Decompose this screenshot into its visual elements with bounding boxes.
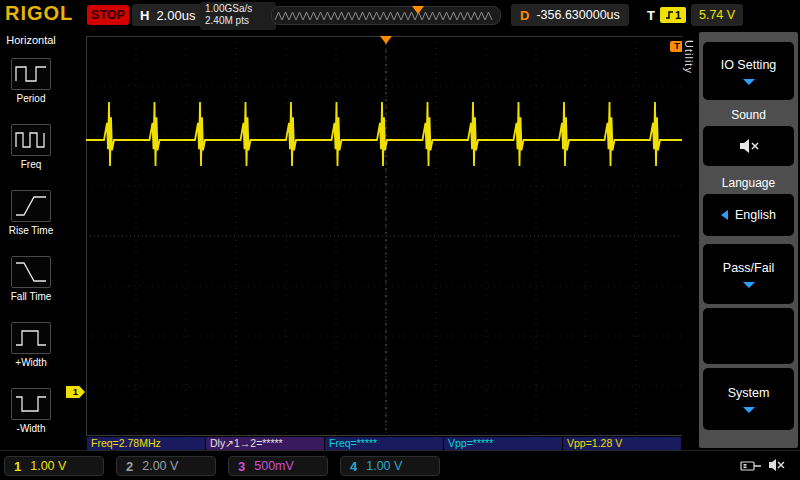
channel-1-status[interactable]: 1 1.00 V — [4, 456, 104, 476]
measure-item-pos-width[interactable]: +Width — [3, 322, 59, 368]
measure-item-period[interactable]: Period — [3, 58, 59, 104]
fall-time-icon — [11, 256, 51, 288]
menu-button-label: System — [728, 386, 770, 400]
menu-button-empty — [703, 308, 794, 364]
trigger-label: T — [647, 8, 655, 23]
measurement-readout: Freq=2.78MHz — [87, 437, 205, 450]
measure-item-rise-time[interactable]: Rise Time — [3, 190, 59, 236]
freq-icon — [11, 124, 51, 156]
menu-button-io-setting[interactable]: IO Setting — [703, 42, 794, 100]
delay-label: D — [520, 8, 529, 23]
channel-status-bar: 1 1.00 V 2 2.00 V 3 500mV 4 1.00 V — [0, 450, 800, 480]
measure-item-freq[interactable]: Freq — [3, 124, 59, 170]
menu-button-system[interactable]: System — [703, 368, 794, 430]
measure-item-label: Period — [3, 93, 59, 104]
language-value: English — [735, 208, 776, 222]
menu-button-language[interactable]: English — [703, 194, 794, 236]
channel-4-status[interactable]: 4 1.00 V — [340, 456, 440, 476]
acquisition-readout: 1.00GSa/s 2.40M pts — [200, 2, 276, 30]
memory-depth: 2.40M pts — [205, 15, 271, 27]
trigger-position-marker-icon — [380, 36, 392, 44]
sample-rate: 1.00GSa/s — [205, 3, 271, 15]
delay-value: -356.630000us — [536, 8, 619, 22]
menu-button-sound[interactable] — [703, 126, 794, 166]
measurement-readout: Vpp=***** — [444, 437, 562, 450]
trigger-readout: T 1 5.74 V — [647, 4, 743, 26]
menu-tab-utility: Utility — [683, 40, 695, 74]
usb-icon — [740, 460, 762, 472]
trigger-position-overview-icon — [412, 6, 424, 14]
timebase-value: 2.00us — [156, 8, 195, 23]
speaker-muted-icon — [738, 138, 760, 154]
menu-button-label: IO Setting — [721, 58, 777, 72]
horizontal-position-bar — [271, 6, 501, 25]
channel-number: 4 — [350, 459, 357, 474]
neg-width-icon — [11, 388, 51, 420]
soft-menu-panel: Utility IO Setting Sound Language Englis… — [682, 30, 800, 450]
channel-number: 2 — [126, 459, 133, 474]
channel-number: 1 — [14, 459, 21, 474]
menu-button-label: Pass/Fail — [723, 261, 774, 275]
menu-button-pass-fail[interactable]: Pass/Fail — [703, 244, 794, 304]
speaker-muted-icon — [768, 458, 786, 472]
measure-item-fall-time[interactable]: Fall Time — [3, 256, 59, 302]
measure-item-label: +Width — [3, 357, 59, 368]
channel-scale: 500mV — [254, 459, 294, 473]
channel-scale: 1.00 V — [30, 459, 66, 473]
channel-scale: 1.00 V — [366, 459, 402, 473]
waveform-overview-icon — [272, 7, 500, 24]
trigger-source: 1 — [675, 9, 681, 21]
chevron-left-icon — [721, 210, 728, 220]
rise-time-icon — [11, 190, 51, 222]
graticule — [86, 36, 686, 436]
chevron-down-icon — [743, 282, 755, 288]
horizontal-timebase-readout: H 2.00us — [132, 4, 203, 26]
brand-logo: RIGOL — [5, 2, 73, 25]
measurement-readout: Vpp=1.28 V — [563, 437, 681, 450]
ch1-level-marker: 1 — [66, 386, 85, 398]
period-icon — [11, 58, 51, 90]
channel-3-status[interactable]: 3 500mV — [228, 456, 328, 476]
menu-item-language-label: Language — [699, 176, 798, 190]
oscilloscope-screen: RIGOL STOP H 2.00us 1.00GSa/s 2.40M pts … — [0, 0, 800, 480]
trigger-level-value: 5.74 V — [691, 4, 743, 26]
soft-menu-column: IO Setting Sound Language English Pass/F… — [699, 32, 798, 448]
measure-category-title: Horizontal — [0, 34, 62, 46]
measurement-readout: Freq=***** — [325, 437, 443, 450]
delay-readout: D -356.630000us — [511, 4, 629, 26]
measure-item-label: Fall Time — [3, 291, 59, 302]
trigger-source-chip: 1 — [660, 7, 686, 23]
measure-item-label: -Width — [3, 423, 59, 434]
measure-item-label: Freq — [3, 159, 59, 170]
chevron-down-icon — [743, 407, 755, 413]
channel-scale: 2.00 V — [142, 459, 178, 473]
channel-2-status[interactable]: 2 2.00 V — [116, 456, 216, 476]
rising-edge-icon — [665, 9, 674, 21]
channel-number: 3 — [238, 459, 245, 474]
menu-item-sound-label: Sound — [699, 108, 798, 122]
chevron-down-icon — [743, 79, 755, 85]
measure-item-label: Rise Time — [3, 225, 59, 236]
run-state-badge: STOP — [87, 5, 129, 25]
pos-width-icon — [11, 322, 51, 354]
measurement-readout: Dly↗1→2=***** — [206, 437, 324, 450]
horizontal-label: H — [140, 8, 149, 23]
measure-item-neg-width[interactable]: -Width — [3, 388, 59, 434]
